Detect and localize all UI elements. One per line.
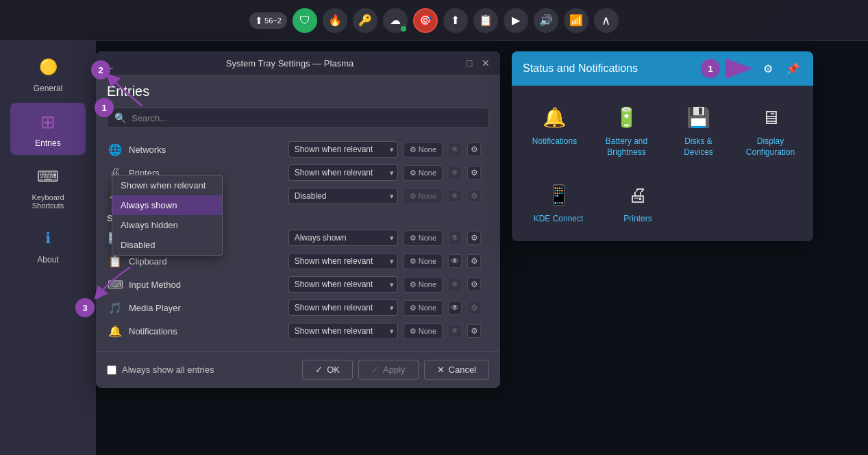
- networks-icon: 🌐: [107, 141, 123, 158]
- input-method-status-select[interactable]: Shown when relevant Always shown Always …: [288, 276, 398, 293]
- notif-item-label: KDE Connect: [534, 214, 584, 225]
- touchpad-settings-icon: ⚙: [467, 189, 481, 203]
- dropdown-option-disabled[interactable]: Disabled: [112, 235, 222, 255]
- dropdown-option-shown-when-relevant[interactable]: Shown when relevant: [112, 175, 222, 195]
- about-icon: ℹ: [36, 226, 60, 251]
- sidebar-item-general[interactable]: 🟡 General: [10, 48, 86, 100]
- networks-preview-icon: 👁: [448, 143, 462, 156]
- tray-key-icon[interactable]: 🔑: [353, 8, 377, 33]
- dropdown-option-always-shown[interactable]: Always shown: [112, 195, 222, 215]
- media-player-select-wrapper: Shown when relevant Always shown Always …: [288, 299, 398, 316]
- badge-1: 1: [95, 98, 114, 117]
- clipboard-status-select[interactable]: Shown when relevant Always shown Always …: [288, 253, 398, 269]
- sidebar-item-entries[interactable]: ⊞ Entries: [10, 103, 86, 155]
- table-row: 🌐 Networks Shown when relevant Always sh…: [107, 138, 481, 161]
- tray-wifi-icon[interactable]: 📶: [564, 8, 588, 33]
- notifications-action-button[interactable]: ⚙ None: [404, 323, 443, 339]
- tray-cloud-icon[interactable]: ☁: [383, 8, 408, 33]
- tray-flame-icon[interactable]: 🔥: [323, 8, 347, 33]
- printers-status-select[interactable]: Shown when relevant Always shown Always …: [288, 164, 398, 181]
- notif-pin-icon[interactable]: 📌: [783, 59, 802, 78]
- status-notifications-panel: Status and Notifications 1 ⚙ 📌 🔔 Notific…: [512, 51, 813, 241]
- media-player-settings-icon: ⚙: [467, 301, 481, 315]
- touchpad-select-wrapper: Shown when relevant Always shown Always …: [288, 188, 398, 204]
- sidebar-item-keyboard-shortcuts[interactable]: ⌨ Keyboard Shortcuts: [10, 158, 86, 217]
- notif-panel-header: Status and Notifications 1 ⚙ 📌: [512, 51, 813, 86]
- dropdown-option-always-hidden[interactable]: Always hidden: [112, 215, 222, 235]
- notifications-entry-icon: 🔔: [107, 323, 123, 339]
- general-icon: 🟡: [36, 55, 60, 79]
- notif-item-notifications[interactable]: 🔔 Notifications: [523, 97, 586, 163]
- notif-item-kde-connect[interactable]: 📱 KDE Connect: [523, 174, 594, 230]
- networks-status-select[interactable]: Shown when relevant Always shown Always …: [288, 141, 398, 158]
- tray-target-icon[interactable]: 🎯: [413, 8, 438, 33]
- always-show-checkbox-row: Always show all entries: [107, 365, 214, 375]
- notifications-settings-icon[interactable]: ⚙: [467, 324, 481, 338]
- notif-item-disks[interactable]: 💾 Disks & Devices: [667, 97, 730, 163]
- notif-configure-icon[interactable]: ⚙: [758, 59, 778, 78]
- entry-name: Networks: [129, 145, 283, 155]
- arch-preview-icon: 👁: [448, 231, 462, 245]
- dialog-titlebar: _ System Tray Settings — Plasma □ ✕: [96, 51, 500, 75]
- dialog-close-button[interactable]: ✕: [480, 57, 492, 69]
- ok-button[interactable]: ✓ OK: [302, 360, 353, 380]
- badge-3: 3: [75, 298, 95, 317]
- tray-upload-icon[interactable]: ⬆: [443, 8, 468, 33]
- notif-panel-body: 🔔 Notifications 🔋 Battery andBrightness …: [512, 86, 813, 241]
- notifications-status-select[interactable]: Shown when relevant Always shown Always …: [288, 323, 398, 339]
- search-bar: 🔍: [107, 108, 489, 128]
- notif-item-label: Disks & Devices: [669, 136, 728, 158]
- entries-icon: ⊞: [36, 110, 60, 134]
- tray-shield-icon[interactable]: 🛡: [293, 8, 317, 33]
- notif-item-printers[interactable]: 🖨 Printers: [602, 174, 673, 230]
- arch-status-select[interactable]: Shown when relevant Always shown Always …: [288, 230, 398, 246]
- networks-action-button[interactable]: ⚙ None: [404, 142, 443, 158]
- tray-volume-icon[interactable]: 🔊: [534, 8, 558, 33]
- keyboard-icon: ⌨: [36, 164, 60, 189]
- display-icon: 🖥: [756, 102, 786, 132]
- clipboard-settings-icon[interactable]: ⚙: [467, 254, 481, 268]
- disks-icon: 💾: [684, 102, 714, 132]
- input-method-settings-icon[interactable]: ⚙: [467, 278, 481, 291]
- arch-settings-icon[interactable]: ⚙: [467, 231, 481, 245]
- media-player-preview-icon[interactable]: 👁: [448, 301, 462, 315]
- dialog-restore-button[interactable]: □: [463, 57, 475, 69]
- touchpad-status-select[interactable]: Shown when relevant Always shown Always …: [288, 188, 398, 204]
- notifications-select-wrapper: Shown when relevant Always shown Always …: [288, 323, 398, 339]
- printers-select-wrapper: Shown when relevant Always shown Always …: [288, 164, 398, 181]
- input-method-icon: ⌨: [107, 276, 123, 293]
- notif-item-label: Battery andBrightness: [606, 136, 647, 158]
- search-input[interactable]: [132, 113, 482, 123]
- table-row: 🎵 Media Player Shown when relevant Alway…: [107, 296, 481, 319]
- ok-checkmark-icon: ✓: [315, 365, 323, 375]
- notif-items-grid: 🔔 Notifications 🔋 Battery andBrightness …: [523, 97, 802, 163]
- tray-play-icon[interactable]: ▶: [504, 8, 528, 33]
- printers-notif-icon: 🖨: [623, 180, 653, 210]
- networks-settings-icon[interactable]: ⚙: [467, 143, 481, 156]
- printers-settings-icon[interactable]: ⚙: [467, 166, 481, 180]
- tray-counter[interactable]: ⬆ 56~2: [249, 12, 287, 29]
- printers-action-button[interactable]: ⚙ None: [404, 165, 443, 181]
- cancel-button[interactable]: ✕ Cancel: [424, 360, 489, 380]
- media-player-status-select[interactable]: Shown when relevant Always shown Always …: [288, 299, 398, 316]
- entry-name: Notifications: [129, 326, 283, 336]
- always-show-checkbox[interactable]: [107, 365, 116, 375]
- clipboard-action-button[interactable]: ⚙ None: [404, 254, 443, 269]
- taskbar: ⬆ 56~2 🛡 🔥 🔑 ☁ 🎯 ⬆ 📋 ▶ 🔊 📶 ∧: [0, 0, 868, 41]
- table-row: ⌨ Input Method Shown when relevant Alway…: [107, 273, 481, 296]
- sidebar-item-about[interactable]: ℹ About: [10, 219, 86, 271]
- apply-button[interactable]: ✓ Apply: [358, 360, 419, 380]
- notif-item-display[interactable]: 🖥 DisplayConfiguration: [739, 97, 802, 163]
- arch-action-button[interactable]: ⚙ None: [404, 230, 443, 246]
- clipboard-preview-icon[interactable]: 👁: [448, 254, 462, 268]
- dialog-title: System Tray Settings — Plasma: [116, 58, 463, 69]
- tray-clipboard-icon[interactable]: 📋: [473, 8, 498, 33]
- battery-icon: 🔋: [612, 102, 642, 132]
- notif-item-battery[interactable]: 🔋 Battery andBrightness: [595, 97, 658, 163]
- input-method-preview-icon: 👁: [448, 278, 462, 291]
- tray-expand-icon[interactable]: ∧: [594, 8, 619, 33]
- media-player-action-button[interactable]: ⚙ None: [404, 300, 443, 316]
- entry-name: Input Method: [129, 280, 283, 290]
- touchpad-preview-icon: 👁: [448, 189, 462, 203]
- input-method-action-button[interactable]: ⚙ None: [404, 277, 443, 293]
